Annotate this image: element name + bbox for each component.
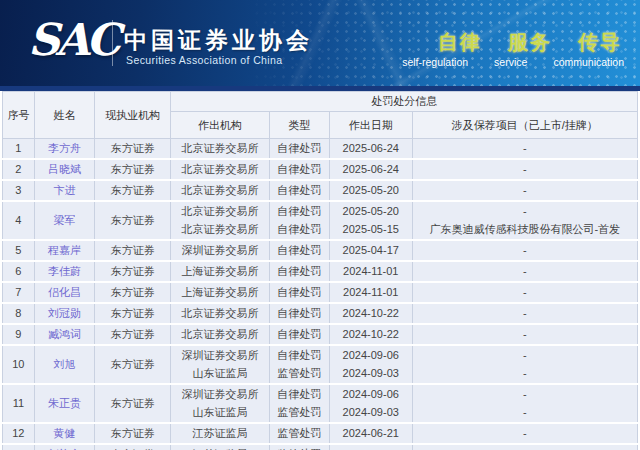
cell-date-line: 2024-11-01: [332, 265, 410, 278]
person-link[interactable]: 李方舟: [48, 142, 81, 154]
cell-project-line: 广东奥迪威传感科技股份有限公司-首发: [415, 223, 635, 236]
table-row: 2吕晓斌东方证券北京证券交易所自律处罚2025-06-24-: [3, 159, 638, 180]
col-header-name: 姓名: [34, 92, 94, 139]
cell-agency-line: 北京证券交易所: [173, 223, 266, 236]
cell-project-line: -: [415, 265, 635, 278]
cell-project-line: -: [415, 388, 635, 401]
cell-date-line: 2024-10-22: [332, 307, 410, 320]
col-header-penalty-group: 处罚处分信息: [171, 92, 638, 112]
cell-agency: 北京证券交易所: [171, 180, 269, 201]
cell-current-org: 东方证券: [95, 324, 171, 345]
cell-type: 自律处罚: [269, 159, 329, 180]
cell-type: 自律处罚监管处罚: [269, 384, 329, 423]
cell-date: 2024-06-21: [329, 444, 412, 450]
table-row: 12黄健东方证券江苏证监局监管处罚2024-06-21-: [3, 423, 638, 444]
cell-row-number: 4: [3, 201, 35, 240]
cell-date-line: 2025-06-24: [332, 163, 410, 176]
cell-row-number: 13: [3, 444, 35, 450]
slogan-self-regulation-zh: 自律: [438, 29, 482, 56]
cell-type-line: 自律处罚: [272, 244, 327, 257]
cell-project-line: -: [415, 244, 635, 257]
person-link[interactable]: 黄健: [53, 427, 75, 439]
cell-type-line: 自律处罚: [272, 265, 327, 278]
cell-type-line: 自律处罚: [272, 184, 327, 197]
cell-row-number: 5: [3, 240, 35, 261]
cell-project-line: -: [415, 286, 635, 299]
cell-date: 2024-10-22: [329, 324, 412, 345]
person-link[interactable]: 臧鸿词: [48, 328, 81, 340]
col-header-date: 作出日期: [329, 112, 412, 139]
org-name-zh: 中国证券业协会: [124, 25, 313, 56]
cell-agency-line: 北京证券交易所: [173, 205, 266, 218]
cell-agency-line: 深圳证券交易所: [173, 349, 266, 362]
cell-project: -: [412, 180, 637, 201]
cell-date: 2024-11-01: [329, 282, 412, 303]
cell-current-org: 东方证券: [95, 444, 171, 450]
table-header-group-row: 序号 姓名 现执业机构 处罚处分信息: [3, 92, 638, 112]
slogan-en: self-regulation service communication: [402, 56, 624, 68]
cell-project: -: [412, 303, 637, 324]
cell-agency-line: 深圳证券交易所: [173, 244, 266, 257]
table-row: 9臧鸿词东方证券北京证券交易所自律处罚2024-10-22-: [3, 324, 638, 345]
cell-type: 自律处罚: [269, 324, 329, 345]
cell-row-number: 12: [3, 423, 35, 444]
cell-type: 自律处罚监管处罚: [269, 345, 329, 384]
cell-type-line: 自律处罚: [272, 307, 327, 320]
cell-date-line: 2025-05-20: [332, 184, 410, 197]
cell-type: 自律处罚: [269, 139, 329, 160]
person-link[interactable]: 侣化昌: [48, 286, 81, 298]
cell-date: 2025-06-24: [329, 139, 412, 160]
cell-date: 2024-09-062024-09-03: [329, 345, 412, 384]
cell-date-line: 2024-06-21: [332, 427, 410, 440]
person-link[interactable]: 李佳蔚: [48, 265, 81, 277]
cell-type: 自律处罚: [269, 282, 329, 303]
cell-date-line: 2024-09-03: [332, 406, 410, 419]
cell-current-org: 东方证券: [95, 303, 171, 324]
cell-project: --: [412, 345, 637, 384]
penalty-table-body: 1李方舟东方证券北京证券交易所自律处罚2025-06-24-2吕晓斌东方证券北京…: [3, 139, 638, 450]
cell-person-name: 李方舟: [34, 139, 94, 160]
cell-date: 2025-06-24: [329, 159, 412, 180]
person-link[interactable]: 梁军: [53, 214, 75, 226]
cell-type: 自律处罚自律处罚: [269, 201, 329, 240]
cell-date-line: 2024-10-22: [332, 328, 410, 341]
cell-agency-line: 北京证券交易所: [173, 328, 266, 341]
cell-agency: 上海证券交易所: [171, 261, 269, 282]
cell-date: 2024-11-01: [329, 261, 412, 282]
cell-type-line: 自律处罚: [272, 163, 327, 176]
person-link[interactable]: 刘冠勋: [48, 307, 81, 319]
person-link[interactable]: 卞进: [53, 184, 75, 196]
person-link[interactable]: 刘旭: [53, 358, 75, 370]
cell-date: 2024-09-062024-09-03: [329, 384, 412, 423]
cell-type: 自律处罚: [269, 180, 329, 201]
cell-project: -: [412, 423, 637, 444]
cell-current-org: 东方证券: [95, 180, 171, 201]
cell-type: 自律处罚: [269, 261, 329, 282]
slogan-communication-en: communication: [553, 56, 624, 68]
cell-person-name: 吕晓斌: [34, 159, 94, 180]
cell-date-line: 2024-09-06: [332, 388, 410, 401]
cell-project-line: -: [415, 349, 635, 362]
cell-project-line: -: [415, 184, 635, 197]
cell-type-line: 自律处罚: [272, 205, 327, 218]
cell-agency-line: 山东证监局: [173, 367, 266, 380]
cell-agency: 江苏证监局: [171, 444, 269, 450]
table-row: 5程嘉岸东方证券深圳证券交易所自律处罚2025-04-17-: [3, 240, 638, 261]
cell-project-line: -: [415, 307, 635, 320]
cell-agency-line: 上海证券交易所: [173, 265, 266, 278]
cell-person-name: 程嘉岸: [34, 240, 94, 261]
cell-type: 自律处罚: [269, 303, 329, 324]
person-link[interactable]: 吕晓斌: [48, 163, 81, 175]
sac-logo: SAC: [28, 14, 117, 65]
cell-project: -: [412, 324, 637, 345]
person-link[interactable]: 朱正贵: [48, 397, 81, 409]
cell-project: --: [412, 384, 637, 423]
table-row: 6李佳蔚东方证券上海证券交易所自律处罚2024-11-01-: [3, 261, 638, 282]
cell-agency: 深圳证券交易所山东证监局: [171, 345, 269, 384]
person-link[interactable]: 程嘉岸: [48, 244, 81, 256]
cell-agency: 深圳证券交易所山东证监局: [171, 384, 269, 423]
cell-agency-line: 北京证券交易所: [173, 163, 266, 176]
cell-row-number: 6: [3, 261, 35, 282]
header-banner: SAC 中国证券业协会 Securities Association of Ch…: [0, 0, 640, 86]
cell-agency: 北京证券交易所北京证券交易所: [171, 201, 269, 240]
